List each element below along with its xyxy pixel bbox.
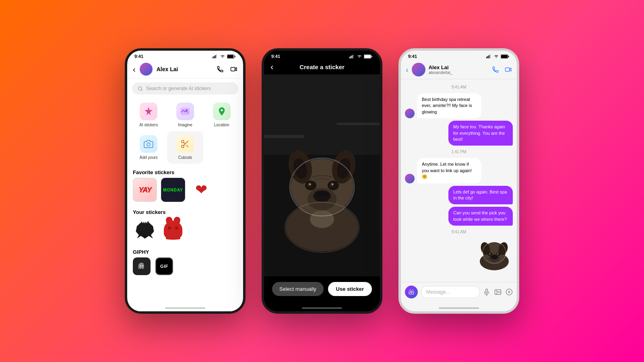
your-stickers-title: Your stickers	[127, 206, 243, 218]
dog-illustration	[264, 74, 380, 276]
bubble-received-1: Best birthday spa retreat ever, amirite?…	[417, 93, 481, 118]
msg-time-3: 9:41 AM	[405, 230, 513, 234]
camera-btn[interactable]	[405, 286, 418, 298]
phone-chat: 9:41 ‹ Alex Lai alexand	[398, 48, 519, 314]
signal-icon-3	[486, 54, 492, 58]
cat-cutouts[interactable]: Cutouts	[167, 131, 204, 164]
svg-point-35	[309, 183, 311, 185]
status-bar-1: 9:41	[127, 51, 243, 60]
msg-sent-1: My face too. Thanks again for everything…	[405, 121, 513, 146]
home-bar-2	[302, 307, 342, 309]
create-sticker-title: Create a sticker	[299, 64, 345, 70]
msg-avatar-2	[405, 174, 415, 183]
home-bar-1	[165, 307, 205, 309]
cat-imagine[interactable]: Imagine	[167, 99, 204, 131]
cat-location-label: Location	[214, 123, 229, 127]
svg-rect-17	[349, 57, 350, 58]
mic-icon[interactable]	[483, 288, 490, 296]
dog-image-area	[264, 74, 380, 276]
time-2: 9:41	[271, 54, 280, 59]
use-sticker-btn[interactable]: Use sticker	[328, 282, 372, 296]
dog-sticker	[473, 238, 510, 270]
svg-point-13	[182, 140, 184, 143]
cat-location[interactable]: Location	[203, 99, 240, 131]
fav-sticker-monday[interactable]: MONDAY	[161, 178, 185, 202]
camera-icon	[144, 139, 153, 149]
status-icons-1	[213, 54, 236, 59]
status-bar-2: 9:41	[264, 51, 380, 60]
message-placeholder: Message...	[426, 289, 450, 295]
cat-ai-label: AI stickers	[139, 123, 158, 127]
msg-sent-3: Can you send the pick you took while we …	[405, 207, 513, 226]
imagine-icon	[180, 107, 190, 116]
phone-icon-3[interactable]	[492, 66, 499, 73]
chat-contact-username: alexanderlai_	[429, 70, 453, 75]
contact-name-1: Alex Lai	[157, 66, 178, 72]
cat-add-yours[interactable]: Add yours	[130, 131, 167, 164]
home-bar-3	[439, 307, 479, 309]
svg-rect-47	[487, 56, 488, 58]
fav-sticker-heart[interactable]: ❤	[189, 178, 213, 202]
svg-rect-2	[215, 55, 216, 58]
svg-rect-48	[489, 55, 489, 58]
svg-point-36	[332, 183, 333, 185]
svg-point-10	[186, 109, 188, 111]
message-input[interactable]: Message...	[421, 286, 480, 298]
msg-time-1: 9:41 AM	[405, 85, 513, 89]
svg-rect-51	[501, 55, 508, 58]
nav-icons-1	[217, 66, 237, 73]
favorite-stickers-title: Favorite stickers	[127, 166, 243, 178]
select-manually-btn[interactable]: Select manually	[272, 282, 324, 296]
search-icon-1	[138, 86, 143, 91]
contact-avatar-1	[140, 63, 153, 76]
nav-bar-1: ‹ Alex Lai	[127, 60, 243, 78]
bubble-sent-2: Lets def go again. Best spa in the city!	[448, 186, 513, 205]
svg-rect-19	[352, 55, 353, 58]
fav-sticker-yay[interactable]: YAY	[133, 178, 157, 202]
chat-contact-name: Alex Lai	[429, 64, 453, 70]
svg-rect-46	[486, 57, 487, 58]
phone-create-sticker: 9:41 ‹ Create a sticker	[262, 48, 382, 314]
cat-cutouts-label: Cutouts	[178, 155, 192, 160]
location-icon	[217, 107, 227, 116]
svg-point-16	[142, 265, 143, 267]
home-indicator-1	[127, 304, 243, 311]
battery-icon-2	[364, 54, 373, 59]
giphy-title: GIPHY	[127, 246, 243, 257]
video-icon-3[interactable]	[505, 66, 512, 73]
cat-ai-stickers[interactable]: AI stickers	[130, 99, 167, 131]
back-btn-3[interactable]: ‹	[406, 65, 409, 74]
phone-icon-1[interactable]	[217, 66, 224, 73]
back-btn-2[interactable]: ‹	[270, 62, 273, 72]
your-sticker-1[interactable]	[133, 218, 157, 242]
video-icon-1[interactable]	[230, 66, 237, 73]
home-indicator-3	[401, 304, 517, 311]
giphy-row: GIF	[127, 257, 243, 278]
svg-rect-1	[214, 56, 215, 58]
photo-icon[interactable]	[494, 288, 502, 296]
battery-icon	[227, 54, 236, 59]
svg-point-64	[411, 291, 413, 293]
status-bar-3: 9:41	[401, 51, 517, 60]
back-arrow-1[interactable]: ‹	[133, 65, 136, 74]
giphy-icon[interactable]	[133, 257, 151, 275]
bubble-sent-3: Can you send the pick you took while we …	[448, 207, 513, 226]
signal-icon	[213, 54, 218, 58]
home-indicator-2	[264, 304, 380, 311]
gif-badge[interactable]: GIF	[155, 257, 173, 275]
cat-empty	[203, 131, 240, 164]
svg-point-40	[321, 192, 328, 197]
create-top-bar: ‹ Create a sticker	[264, 60, 380, 74]
svg-point-60	[497, 253, 499, 255]
svg-rect-6	[231, 68, 235, 71]
sticker-search-bar[interactable]: Search or generate AI stickers	[132, 82, 238, 95]
svg-rect-45	[336, 123, 380, 125]
ghost-icon	[137, 262, 146, 271]
close-icon-3[interactable]	[506, 288, 513, 296]
svg-point-15	[140, 265, 141, 267]
your-sticker-2[interactable]	[161, 218, 185, 242]
svg-point-7	[138, 86, 142, 90]
status-icons-2	[349, 54, 373, 59]
scissors-icon	[180, 139, 190, 149]
chat-input-bar: Message...	[401, 282, 517, 304]
